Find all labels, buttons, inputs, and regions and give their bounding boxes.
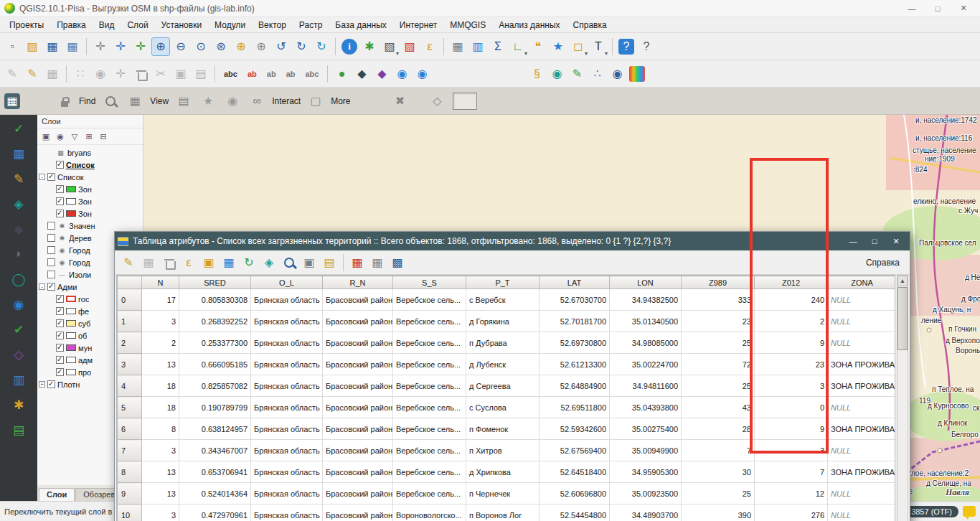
spark-icon[interactable]: ✱ xyxy=(9,395,28,414)
cell-Z989[interactable]: 333 xyxy=(682,289,755,311)
cell-ZONA[interactable]: NULL xyxy=(828,289,896,311)
cell-LON[interactable]: 34.95905300 xyxy=(610,461,682,483)
text-annotation-icon[interactable]: T▾ xyxy=(589,37,608,56)
menu-Слой[interactable]: Слой xyxy=(121,19,154,32)
cell-Z012[interactable]: 12 xyxy=(755,483,828,504)
layer-checkbox[interactable] xyxy=(56,197,64,205)
cell-P_T[interactable]: п Хитров xyxy=(466,440,540,461)
cell-ZONA[interactable]: NULL xyxy=(828,440,896,461)
zoom-to-selection-icon[interactable]: ⊕ xyxy=(232,37,250,56)
maximize-button[interactable]: □ xyxy=(925,1,950,16)
annotation-icon[interactable]: ◻▾ xyxy=(569,37,588,56)
page-icon[interactable]: ▢ xyxy=(306,92,325,111)
cell-SRED[interactable]: 0.805830308 xyxy=(179,289,251,311)
layer-item[interactable]: Список xyxy=(37,159,143,171)
cell-Z989[interactable]: 30 xyxy=(682,461,755,483)
cell-ZONA[interactable]: NULL xyxy=(828,311,896,332)
cell-N[interactable]: 8 xyxy=(142,418,179,440)
cell-SRED[interactable]: 0.666095185 xyxy=(179,354,251,375)
row-header-8[interactable]: 8 xyxy=(118,461,142,483)
cell-O_L[interactable]: Брянская область xyxy=(251,397,323,418)
cell-O_L[interactable]: Брянская область xyxy=(251,332,323,354)
paste-features-icon[interactable]: ▤ xyxy=(320,253,339,272)
delete-field-icon[interactable]: ▦ xyxy=(368,253,387,272)
new-field-icon[interactable]: ▦ xyxy=(348,253,367,272)
move-feature-icon[interactable]: ✛ xyxy=(111,65,130,83)
layer-checkbox[interactable] xyxy=(56,307,64,315)
grid-blue-icon[interactable]: ▦ xyxy=(9,144,28,163)
column-header-N[interactable]: N xyxy=(142,276,179,289)
measure-icon[interactable]: ∟▾ xyxy=(509,37,527,56)
cell-R_N[interactable]: Брасовский район xyxy=(323,375,393,397)
cell-S_S[interactable]: Веребское сель... xyxy=(393,289,466,311)
cell-P_T[interactable]: п Воронов Лог xyxy=(466,504,540,521)
cell-O_L[interactable]: Брянская область xyxy=(251,311,323,332)
cell-LON[interactable]: 35.00275400 xyxy=(610,418,682,440)
cell-LON[interactable]: 35.01340500 xyxy=(610,311,682,332)
whats-this-icon[interactable]: ? xyxy=(637,37,656,56)
cell-R_N[interactable]: Брасовский район xyxy=(323,354,393,375)
cell-SRED[interactable]: 0.825857082 xyxy=(179,375,251,397)
cell-LON[interactable]: 34.98085000 xyxy=(610,332,682,354)
menu-MMQGIS[interactable]: MMQGIS xyxy=(443,19,492,32)
lock-icon[interactable] xyxy=(55,92,73,111)
expand-all-icon[interactable]: ⊞ xyxy=(83,131,95,142)
globe-blue2-icon[interactable]: ◉ xyxy=(413,65,431,83)
menu-Модули[interactable]: Модули xyxy=(208,19,252,32)
feature-action-icon[interactable]: ✱ xyxy=(360,37,379,56)
layer-checkbox[interactable] xyxy=(47,173,55,181)
touch-zoom-icon[interactable]: ✛ xyxy=(91,37,110,56)
attribute-table-icon[interactable]: ▦ xyxy=(448,37,467,56)
cell-N[interactable]: 13 xyxy=(142,483,179,504)
cell-N[interactable]: 18 xyxy=(142,375,179,397)
menu-Проекты[interactable]: Проекты xyxy=(3,19,50,32)
cell-N[interactable]: 13 xyxy=(142,461,179,483)
cell-N[interactable]: 13 xyxy=(142,354,179,375)
cell-LON[interactable]: 34.94811600 xyxy=(610,375,682,397)
globe-blue-icon[interactable]: ◉ xyxy=(392,65,411,83)
sum-icon[interactable]: Σ xyxy=(489,37,507,56)
layer-checkbox[interactable] xyxy=(56,356,64,364)
poly-purple-icon[interactable]: ◇ xyxy=(9,345,28,364)
select-expression-icon[interactable]: ε xyxy=(179,253,198,272)
cell-R_N[interactable]: Брасовский район xyxy=(323,418,393,440)
save-layer-edits-icon[interactable]: ▦ xyxy=(43,65,62,83)
osm-plugin-icon[interactable]: ● xyxy=(332,65,351,83)
zoom-in-icon[interactable]: ⊕ xyxy=(151,37,170,56)
zoom-last-icon[interactable]: ↺ xyxy=(272,37,291,56)
earth-icon[interactable]: ◉ xyxy=(547,65,566,83)
label-move-icon[interactable]: ab xyxy=(263,65,281,83)
new-project-icon[interactable]: ▫ xyxy=(3,37,22,56)
layer-checkbox[interactable] xyxy=(47,234,55,242)
web-globe-icon[interactable]: ◉ xyxy=(608,65,626,83)
row-header-5[interactable]: 5 xyxy=(118,397,142,418)
cell-Z012[interactable]: 276 xyxy=(755,504,828,521)
layer-item[interactable]: Зон xyxy=(37,195,143,207)
cell-ZONA[interactable]: NULL xyxy=(828,397,896,418)
cell-Z989[interactable]: 72 xyxy=(682,354,755,375)
cell-LON[interactable]: 35.00224700 xyxy=(610,354,682,375)
cell-ZONA[interactable]: ЗОНА ПРОЖИВА... xyxy=(828,418,896,440)
cell-SRED[interactable]: 0.524014364 xyxy=(179,483,251,504)
layer-item[interactable]: ▦bryans xyxy=(37,146,143,159)
zoom-full-icon[interactable]: ⊛ xyxy=(212,37,230,56)
new-bookmark-icon[interactable]: ★ xyxy=(549,37,567,56)
cell-LON[interactable]: 34.48903700 xyxy=(610,504,682,521)
cell-LAT[interactable]: 52.69730800 xyxy=(540,332,610,354)
cell-O_L[interactable]: Брянская область xyxy=(251,375,323,397)
column-header-P_T[interactable]: P_T xyxy=(466,276,540,289)
cell-SRED[interactable]: 0.268392252 xyxy=(179,311,251,332)
panel-tab-Слои[interactable]: Слои xyxy=(39,488,75,501)
layer-checkbox[interactable] xyxy=(56,368,64,376)
v-route-icon[interactable]: ✓ xyxy=(9,119,28,138)
circle-teal-icon[interactable]: ◯ xyxy=(9,270,28,288)
invert-selection-icon[interactable]: ↻ xyxy=(240,253,258,272)
column-header-LON[interactable]: LON xyxy=(610,276,682,289)
layer-checkbox[interactable] xyxy=(56,332,64,339)
row-header-6[interactable]: 6 xyxy=(118,418,142,440)
cell-Z012[interactable]: 2 xyxy=(755,311,828,332)
vertical-scrollbar[interactable]: ▲ ▼ xyxy=(897,275,908,521)
column-header-ZONA[interactable]: ZONA xyxy=(828,276,896,289)
globe-blue-icon[interactable]: ◉ xyxy=(9,295,28,314)
identify-icon[interactable]: i xyxy=(341,39,357,55)
